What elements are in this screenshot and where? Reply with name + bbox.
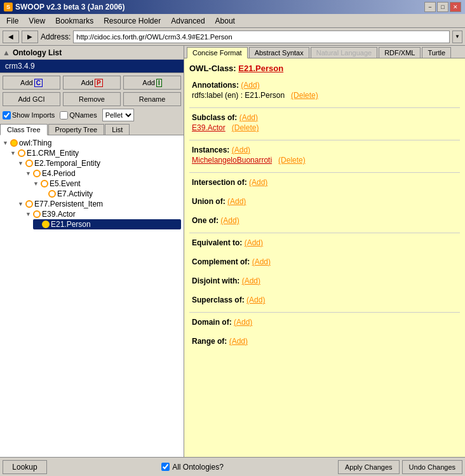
tree-node-e39[interactable]: ▼ E39.Actor bbox=[25, 209, 181, 219]
section-equivalent: Equivalent to: (Add) bbox=[189, 236, 460, 250]
section-disjoint: Disjoint with: (Add) bbox=[189, 274, 460, 288]
disjoint-add[interactable]: (Add) bbox=[242, 276, 260, 285]
toggle-e1: ▼ bbox=[10, 150, 17, 156]
btn-row-1: Add C Add P Add I bbox=[3, 76, 181, 90]
tab-property-tree[interactable]: Property Tree bbox=[48, 124, 105, 135]
left-panel: ▲ Ontology List crm3.4.9 Add C Add P Add… bbox=[0, 46, 184, 457]
address-input[interactable] bbox=[73, 31, 450, 43]
undo-changes-button[interactable]: Undo Changes bbox=[402, 460, 462, 474]
ontology-item[interactable]: crm3.4.9 bbox=[3, 61, 181, 71]
tab-class-tree[interactable]: Class Tree bbox=[0, 124, 48, 135]
all-ontologies-label: All Ontologies? bbox=[172, 463, 224, 472]
instances-delete[interactable]: (Delete) bbox=[278, 156, 306, 165]
label-e4: E4.Period bbox=[42, 169, 76, 178]
all-ontologies-area: All Ontologies? bbox=[161, 463, 224, 472]
close-button[interactable]: ✕ bbox=[450, 2, 461, 12]
subclass-value[interactable]: E39.Actor bbox=[192, 123, 226, 132]
qnames-checkbox[interactable] bbox=[60, 111, 68, 119]
add-i-button[interactable]: Add I bbox=[123, 76, 181, 90]
label-e7: E7.Activity bbox=[57, 189, 93, 198]
tree-node-e5[interactable]: ▼ E5.Event bbox=[33, 179, 181, 189]
one-of-add[interactable]: (Add) bbox=[220, 216, 239, 225]
complement-add[interactable]: (Add) bbox=[252, 257, 271, 266]
tab-concise[interactable]: Concise Format bbox=[187, 47, 248, 58]
ontology-list-title: Ontology List bbox=[13, 48, 62, 57]
tree-node-e1[interactable]: ▼ E1.CRM_Entity bbox=[10, 148, 181, 158]
subclass-delete[interactable]: (Delete) bbox=[232, 123, 259, 132]
owl-class-link[interactable]: E21.Person bbox=[238, 64, 283, 73]
content-area[interactable]: OWL-Class: E21.Person Annotations: (Add)… bbox=[184, 58, 465, 457]
remove-button[interactable]: Remove bbox=[63, 92, 121, 106]
annotations-delete[interactable]: (Delete) bbox=[291, 91, 318, 100]
bottom-right-buttons: Apply Changes Undo Changes bbox=[338, 460, 462, 474]
show-imports-checkbox[interactable] bbox=[3, 111, 11, 119]
main-layout: ▲ Ontology List crm3.4.9 Add C Add P Add… bbox=[0, 46, 465, 457]
tree-node-e7[interactable]: E7.Activity bbox=[41, 189, 181, 199]
disjoint-title: Disjoint with: bbox=[192, 276, 242, 285]
owl-class-header: OWL-Class: E21.Person bbox=[189, 64, 460, 73]
annotation-text: rdfs:label (en) : E21.Person bbox=[192, 91, 285, 100]
subclass-add[interactable]: (Add) bbox=[239, 113, 258, 122]
tree-node-owl-thing[interactable]: ▼ owl:Thing bbox=[3, 138, 181, 148]
tree-node-e77[interactable]: ▼ E77.Persistent_Item bbox=[18, 199, 181, 209]
tree-node-e2[interactable]: ▼ E2.Temporal_Entity bbox=[18, 158, 181, 168]
menu-advanced[interactable]: Advanced bbox=[166, 15, 210, 27]
equivalent-title: Equivalent to: bbox=[192, 238, 245, 247]
add-gci-button[interactable]: Add GCI bbox=[3, 92, 60, 106]
toggle-e4: ▼ bbox=[25, 170, 32, 177]
range-add[interactable]: (Add) bbox=[229, 337, 248, 346]
add-c-button[interactable]: Add C bbox=[3, 76, 60, 90]
toggle-e5: ▼ bbox=[33, 180, 39, 187]
instances-value[interactable]: MichelangeloBuonarroti bbox=[192, 156, 272, 165]
apply-changes-button[interactable]: Apply Changes bbox=[338, 460, 400, 474]
add-p-button[interactable]: Add P bbox=[63, 76, 121, 90]
maximize-button[interactable]: □ bbox=[437, 2, 448, 12]
lookup-button[interactable]: Lookup bbox=[3, 460, 47, 474]
annotations-add[interactable]: (Add) bbox=[241, 81, 259, 90]
menu-resource-holder[interactable]: Resource Holder bbox=[98, 15, 166, 27]
pellet-select[interactable]: Pellet bbox=[102, 109, 134, 121]
instances-header: Instances: (Add) bbox=[192, 146, 457, 154]
app-title: SWOOP v2.3 beta 3 (Jan 2006) bbox=[15, 3, 125, 11]
circle-e39 bbox=[33, 210, 41, 218]
tab-list[interactable]: List bbox=[105, 124, 130, 135]
ontology-list-header: ▲ Ontology List bbox=[0, 46, 184, 60]
label-e39: E39.Actor bbox=[42, 210, 76, 219]
forward-button[interactable]: ▶ bbox=[22, 31, 38, 43]
qnames-text: QNames bbox=[69, 111, 97, 119]
instances-add[interactable]: (Add) bbox=[232, 146, 250, 154]
tab-natural: Natural Language bbox=[311, 47, 377, 58]
range-title: Range of: bbox=[192, 337, 229, 346]
tab-turtle[interactable]: Turtle bbox=[422, 47, 451, 58]
show-imports-text: Show Imports bbox=[12, 111, 55, 119]
menu-about[interactable]: About bbox=[210, 15, 240, 27]
annotations-header: Annotations: (Add) bbox=[192, 81, 457, 90]
equivalent-add[interactable]: (Add) bbox=[245, 238, 263, 247]
right-panel: Concise Format Abstract Syntax Natural L… bbox=[184, 46, 465, 457]
menu-view[interactable]: View bbox=[24, 15, 50, 27]
tab-rdfxml[interactable]: RDF/XML bbox=[379, 47, 421, 58]
indent-1: ▼ E1.CRM_Entity ▼ E2.Temporal_Entity ▼ bbox=[10, 148, 181, 229]
show-imports-label[interactable]: Show Imports bbox=[3, 111, 55, 119]
minimize-button[interactable]: − bbox=[424, 2, 436, 12]
menu-bookmarks[interactable]: Bookmarks bbox=[50, 15, 98, 27]
circle-e5 bbox=[41, 180, 48, 187]
union-add[interactable]: (Add) bbox=[227, 197, 246, 206]
tree-view[interactable]: ▼ owl:Thing ▼ E1.CRM_Entity ▼ E2.Tempora… bbox=[0, 135, 184, 457]
domain-title: Domain of: bbox=[192, 318, 234, 327]
tree-node-e21[interactable]: E21.Person bbox=[33, 219, 181, 229]
menu-file[interactable]: File bbox=[1, 15, 24, 27]
qnames-label[interactable]: QNames bbox=[60, 111, 97, 119]
domain-add[interactable]: (Add) bbox=[234, 318, 252, 327]
address-dropdown-icon[interactable]: ▼ bbox=[452, 31, 462, 43]
back-button[interactable]: ◀ bbox=[3, 31, 19, 43]
options-row: Show Imports QNames Pellet bbox=[3, 109, 181, 121]
tree-node-e4[interactable]: ▼ E4.Period bbox=[25, 168, 181, 179]
indent-3: ▼ E4.Period ▼ E5.Event bbox=[25, 168, 181, 199]
intersection-add[interactable]: (Add) bbox=[249, 178, 267, 187]
superclass-add[interactable]: (Add) bbox=[246, 296, 265, 304]
rename-button[interactable]: Rename bbox=[123, 92, 181, 106]
tab-abstract[interactable]: Abstract Syntax bbox=[249, 47, 309, 58]
circle-owl-thing bbox=[10, 139, 18, 147]
all-ontologies-checkbox[interactable] bbox=[161, 463, 170, 471]
